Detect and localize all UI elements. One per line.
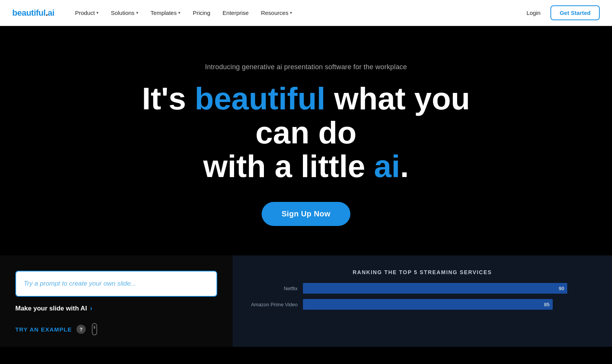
nav-item-product[interactable]: Product ▾ — [70, 6, 104, 19]
make-slide-label[interactable]: Make your slide with AI › — [15, 304, 217, 312]
scroll-dot — [94, 326, 95, 329]
chart-label-amazon: Amazon Prime Video — [248, 302, 298, 307]
hero-title-ai: ai — [374, 149, 400, 184]
hero-title-beautiful: beautiful — [195, 81, 326, 116]
hero-title-its: It's — [142, 81, 195, 116]
chart-bar-amazon: 85 — [303, 299, 553, 310]
chart-area: Netflix 90 Amazon Prime Video 85 — [248, 283, 597, 310]
make-slide-text: Make your slide with AI — [15, 305, 87, 312]
nav-right: Login Get Started — [521, 5, 600, 20]
hero-title: It's beautiful what you can do with a li… — [134, 82, 478, 184]
nav-item-enterprise[interactable]: Enterprise — [217, 6, 254, 19]
chart-bar-wrap: 85 — [303, 299, 597, 310]
nav-resources-label: Resources — [261, 10, 288, 16]
sign-up-now-button[interactable]: Sign Up Now — [262, 202, 350, 226]
chart-label-netflix: Netflix — [248, 286, 298, 291]
hero-subtitle: Introducing generative ai presentation s… — [205, 63, 407, 71]
chevron-down-icon: ▾ — [178, 10, 181, 15]
logo-ai: ai — [48, 8, 54, 18]
hero-title-period: . — [400, 149, 409, 184]
nav-item-pricing[interactable]: Pricing — [187, 6, 216, 19]
prompt-input[interactable] — [15, 271, 217, 297]
logo-text-main: beautiful — [12, 8, 46, 18]
nav-templates-label: Templates — [151, 10, 177, 16]
nav-solutions-label: Solutions — [111, 10, 135, 16]
login-button[interactable]: Login — [521, 6, 546, 19]
chart-title: RANKING THE TOP 5 STREAMING SERVICES — [248, 269, 597, 275]
arrow-right-icon: › — [90, 304, 92, 312]
try-example-link[interactable]: TRY AN EXAMPLE — [15, 326, 72, 333]
nav-item-templates[interactable]: Templates ▾ — [145, 6, 186, 19]
nav-product-label: Product — [75, 10, 95, 16]
logo[interactable]: beautiful.ai — [12, 8, 54, 18]
hero-title-with: with a little — [203, 149, 374, 184]
help-icon[interactable]: ? — [76, 325, 86, 334]
nav-item-resources[interactable]: Resources ▾ — [256, 6, 298, 19]
left-panel: Make your slide with AI › TRY AN EXAMPLE… — [0, 255, 233, 347]
chevron-down-icon: ▾ — [136, 10, 138, 15]
hero-title-line1: It's beautiful what you can do — [142, 81, 470, 150]
chart-bar-value-netflix: 90 — [559, 286, 564, 291]
chart-row: Netflix 90 — [248, 283, 597, 294]
nav-item-solutions[interactable]: Solutions ▾ — [106, 6, 144, 19]
nav-links: Product ▾ Solutions ▾ Templates ▾ Pricin… — [70, 6, 521, 19]
bottom-section: Make your slide with AI › TRY AN EXAMPLE… — [0, 255, 612, 347]
chart-bar-wrap: 90 — [303, 283, 597, 294]
chart-row: Amazon Prime Video 85 — [248, 299, 597, 310]
nav-enterprise-label: Enterprise — [223, 10, 249, 16]
nav-pricing-label: Pricing — [193, 10, 210, 16]
chart-bar-netflix: 90 — [303, 283, 567, 294]
get-started-button[interactable]: Get Started — [550, 5, 600, 20]
chart-bar-value-amazon: 85 — [544, 302, 549, 307]
chevron-down-icon: ▾ — [290, 10, 292, 15]
hero-title-line2: with a little ai. — [203, 149, 409, 184]
right-panel: RANKING THE TOP 5 STREAMING SERVICES Net… — [233, 255, 612, 347]
hero-section: Introducing generative ai presentation s… — [0, 26, 612, 255]
chevron-down-icon: ▾ — [96, 10, 99, 15]
scroll-indicator — [92, 323, 97, 335]
navbar: beautiful.ai Product ▾ Solutions ▾ Templ… — [0, 0, 612, 26]
